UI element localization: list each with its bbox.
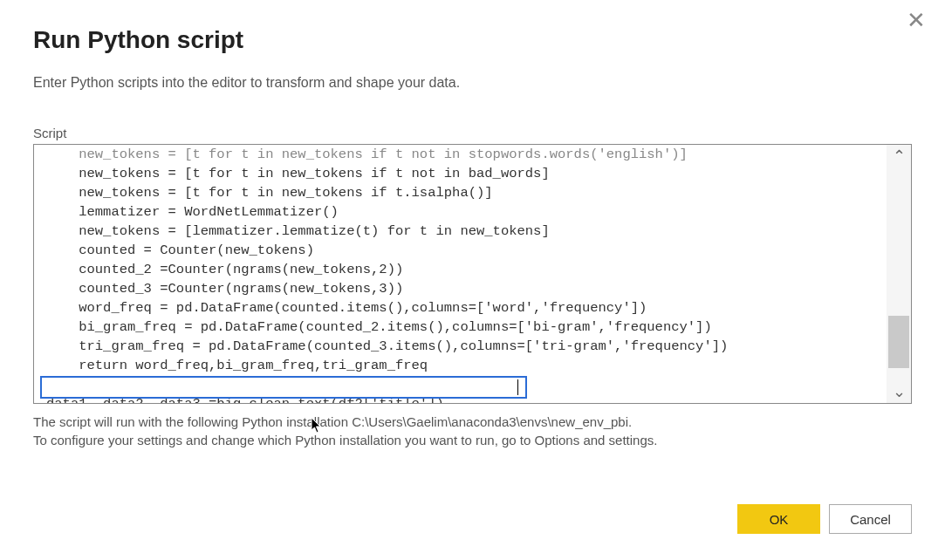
ok-button[interactable]: OK [737,504,820,534]
scroll-track[interactable] [887,167,911,380]
scroll-thumb[interactable] [888,316,909,368]
editor-line: new_tokens = [t for t in new_tokens if t… [46,185,493,201]
script-editor[interactable]: new_tokens = [t for t in new_tokens if t… [33,144,912,404]
editor-line: lemmatizer = WordNetLemmatizer() [46,204,339,220]
editor-line: tri_gram_freq = pd.DataFrame(counted_3.i… [46,338,728,354]
run-python-script-dialog: ✕ Run Python script Enter Python scripts… [0,0,945,560]
chevron-up-icon: ⌃ [893,147,906,166]
close-icon: ✕ [907,7,926,33]
text-caret [517,379,518,395]
script-label: Script [33,126,912,140]
editor-line: counted_2 =Counter(ngrams(new_tokens,2)) [46,262,403,277]
dialog-title: Run Python script [33,26,912,54]
editor-line-cutoff: new_tokens = [t for t in new_tokens if t… [46,147,688,162]
editor-line: counted_3 =Counter(ngrams(new_tokens,3)) [46,281,403,297]
script-editor-content[interactable]: new_tokens = [t for t in new_tokens if t… [46,145,887,403]
editor-line: counted = Counter(new_tokens) [46,242,314,258]
editor-scrollbar[interactable]: ⌃ ⌄ [887,145,911,403]
close-button[interactable]: ✕ [900,5,933,35]
dialog-buttons: OK Cancel [737,504,912,534]
editor-line: return word_freq,bi_gram_freq,tri_gram_f… [46,358,428,373]
python-path-info: The script will run with the following P… [33,414,912,429]
cancel-button[interactable]: Cancel [829,504,912,534]
editor-line: new_tokens = [lemmatizer.lemmatize(t) fo… [46,223,550,239]
editor-line: word_freq = pd.DataFrame(counted.items()… [46,300,647,316]
dialog-subtitle: Enter Python scripts into the editor to … [33,75,912,91]
scroll-down-button[interactable]: ⌄ [887,380,911,403]
python-config-hint: To configure your settings and change wh… [33,433,912,447]
editor-line: data1, data2, data3 =big_clean_text(df2[… [46,396,444,403]
editor-line: new_tokens = [t for t in new_tokens if t… [46,166,550,181]
scroll-up-button[interactable]: ⌃ [887,145,911,167]
editor-line: bi_gram_freq = pd.DataFrame(counted_2.it… [46,319,712,335]
chevron-down-icon: ⌄ [893,382,906,401]
